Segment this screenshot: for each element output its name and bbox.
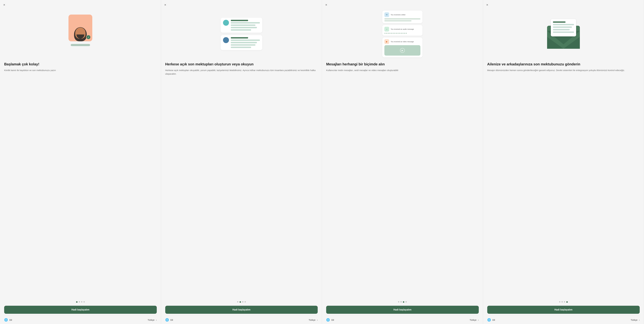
- card-line-title-2: [231, 37, 248, 38]
- wave-dot-11: [401, 33, 402, 34]
- card-line-7: [231, 44, 256, 46]
- globe-icon-2: 🌐: [165, 318, 169, 322]
- envelope-letter: [551, 19, 576, 36]
- language-label-3: Dil: [332, 319, 334, 321]
- dot-3-3[interactable]: [403, 301, 404, 303]
- card-lines-1: [231, 20, 260, 31]
- content-area-2: Herkese açık son mektupları oluşturun ve…: [165, 58, 318, 298]
- dot-3-1[interactable]: [398, 301, 399, 303]
- card-line-2: [231, 24, 256, 26]
- card-line-1: [231, 22, 260, 23]
- dot-2-4[interactable]: [244, 301, 246, 303]
- dot-4-4[interactable]: [566, 301, 568, 303]
- close-button-3[interactable]: ×: [325, 3, 327, 6]
- msg-header-audio: ♪ You received an audio message: [384, 27, 420, 31]
- cta-button-2[interactable]: Hadi başlayalım: [165, 306, 318, 314]
- msg-bar-2: [384, 20, 412, 21]
- msg-bar-1: [384, 18, 420, 19]
- wave-dot-12: [402, 33, 404, 34]
- cta-button-3[interactable]: Hadi başlayalım: [326, 306, 479, 314]
- card-line-5: [231, 39, 260, 41]
- letter-line-2: [553, 26, 572, 28]
- card-avatar-2: [223, 37, 229, 43]
- person-name-bar: [71, 44, 90, 46]
- dot-2-1[interactable]: [237, 301, 238, 303]
- dot-4-3[interactable]: [564, 301, 565, 303]
- msg-title-video: You received an video message: [391, 41, 414, 42]
- cards-illustration: [220, 18, 262, 50]
- dot-4-2[interactable]: [562, 301, 563, 303]
- language-bar-4[interactable]: 🌐 Dil Türkçe ›: [487, 316, 640, 324]
- wave-dot-1: [384, 33, 386, 34]
- wave-dot-7: [394, 33, 396, 34]
- language-label-2: Dil: [170, 319, 173, 321]
- letter-line-3: [553, 29, 570, 30]
- illustration-3: ✉ You received a letter ♪ You received a…: [326, 10, 479, 58]
- language-value-1: Türkçe: [148, 319, 154, 321]
- close-button-2[interactable]: ×: [164, 3, 166, 6]
- chevron-icon-1: ›: [156, 319, 157, 321]
- envelope-illustration: [547, 19, 580, 49]
- illustration-4: [487, 10, 640, 58]
- dot-1-3[interactable]: [81, 301, 82, 303]
- panel-3-heading: Mesajları herhangi bir biçimde alın: [326, 62, 479, 66]
- wave-dot-13: [404, 33, 405, 34]
- envelope-flap-bottom-left: [547, 37, 564, 49]
- panel-1: × ✓ Başlamak çok kolay! Kimlik kanıtı il…: [0, 0, 161, 324]
- language-value-3: Türkçe: [470, 319, 476, 321]
- play-button[interactable]: ▶: [400, 48, 405, 53]
- msg-title-letter: You received a letter: [391, 14, 406, 16]
- audio-waveform: [384, 33, 420, 34]
- language-label-1: Dil: [10, 319, 12, 321]
- envelope-flap-bottom-right: [564, 37, 580, 49]
- panel-2-heading: Herkese açık son mektupları oluşturun ve…: [165, 62, 318, 66]
- panel-4: × Ailenize ve arkadaşlarınıza son mektub…: [483, 0, 644, 324]
- dot-1-4[interactable]: [84, 301, 85, 303]
- messages-illustration: ✉ You received a letter ♪ You received a…: [382, 10, 422, 57]
- dot-2-3[interactable]: [242, 301, 244, 303]
- dot-3-2[interactable]: [400, 301, 402, 303]
- pagination-dots-1: [4, 298, 157, 306]
- language-bar-1[interactable]: 🌐 Dil Türkçe ›: [4, 316, 157, 324]
- wave-dot-4: [389, 33, 390, 34]
- dot-2-2[interactable]: [240, 301, 241, 303]
- msg-header-video: ▶ You received an video message: [384, 39, 420, 44]
- content-area-1: Başlamak çok kolay! Kimlik kanıtı ile ka…: [4, 58, 157, 298]
- chevron-icon-4: ›: [639, 319, 640, 321]
- close-button-1[interactable]: ×: [3, 3, 5, 6]
- card-line-title: [231, 20, 248, 21]
- chevron-icon-2: ›: [317, 319, 318, 321]
- cta-button-4[interactable]: Hadi başlayalım: [487, 306, 640, 314]
- panel-1-description: Kimlik kanıtı ile kaydolun ve son mektub…: [4, 68, 157, 72]
- language-label-4: Dil: [492, 319, 495, 321]
- cta-button-1[interactable]: Hadi başlayalım: [4, 306, 157, 314]
- language-bar-3[interactable]: 🌐 Dil Türkçe ›: [326, 316, 479, 324]
- dot-4-1[interactable]: [559, 301, 560, 303]
- wave-dot-2: [386, 33, 387, 34]
- close-button-4[interactable]: ×: [486, 3, 488, 6]
- video-icon: ▶: [384, 39, 389, 44]
- wave-dot-5: [391, 33, 392, 34]
- dot-1-2[interactable]: [79, 301, 80, 303]
- person-avatar: ✓: [68, 14, 92, 41]
- letter-line-title: [553, 21, 566, 23]
- person-illustration: ✓: [65, 14, 96, 53]
- card-line-4: [231, 29, 251, 31]
- dot-1-1[interactable]: [76, 301, 78, 303]
- language-value-4: Türkçe: [630, 319, 638, 321]
- panel-4-heading: Ailenize ve arkadaşlarınıza son mektubun…: [487, 62, 640, 66]
- wave-dot-9: [398, 33, 399, 34]
- letter-line-1: [553, 24, 574, 25]
- card-1: [220, 18, 262, 33]
- panel-2-description: Herkese açık mektupları okuyabilir, yoru…: [165, 68, 318, 76]
- wave-dot-8: [396, 33, 397, 34]
- card-avatar-1: [223, 20, 229, 26]
- card-2: [220, 35, 262, 50]
- dot-3-4[interactable]: [406, 301, 407, 303]
- wave-dot-10: [399, 33, 400, 34]
- language-bar-2[interactable]: 🌐 Dil Türkçe ›: [165, 316, 318, 324]
- panel-3-description: Kullanıcılar metin mesajları, sesli mesa…: [326, 68, 479, 72]
- card-line-8: [231, 47, 251, 48]
- panel-1-heading: Başlamak çok kolay!: [4, 62, 157, 66]
- wave-dot-6: [392, 33, 394, 34]
